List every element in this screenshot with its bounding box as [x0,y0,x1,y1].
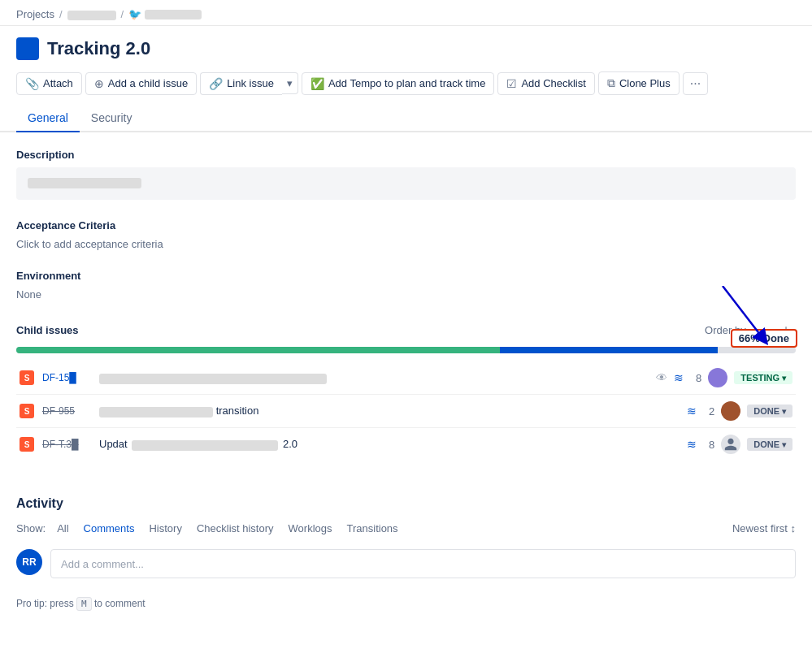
status-chevron-2: ▾ [782,407,786,416]
breadcrumb-project-name [67,11,116,20]
child-issue-row: S DF-T.3█ Updat 2.0 ≋ 8 DON [16,428,796,461]
environment-section: Environment None [16,270,796,301]
pro-tip-text: Pro tip: press [16,598,76,609]
pro-tip-text2: to comment [94,598,145,609]
avatar-2 [721,401,740,421]
toolbar: 📎 Attach ⊕ Add a child issue 🔗 Link issu… [0,71,812,105]
filter-comments[interactable]: Comments [80,521,138,536]
tab-security[interactable]: Security [80,105,144,132]
acceptance-criteria-placeholder[interactable]: Click to add acceptance criteria [16,238,796,250]
activity-title: Activity [16,496,796,511]
clone-plus-button[interactable]: ⧉ Clone Plus [598,71,680,95]
issue-type-icon-2: S [20,404,34,418]
child-issues-title: Child issues [16,324,79,336]
status-badge-1[interactable]: TESTING▾ [734,371,792,384]
paperclip-icon: 📎 [25,77,39,90]
breadcrumb-issue: 🐦 [128,8,202,20]
tab-general[interactable]: General [16,105,80,132]
issue-title: Tracking 2.0 [16,37,796,60]
show-label: Show: [16,522,46,534]
pro-tip: Pro tip: press M to comment [0,595,812,625]
add-child-issue-button[interactable]: ⊕ Add a child issue [85,72,197,95]
story-points-icon-3: ≋ [687,438,697,451]
issue-summary-blurred-2 [99,407,213,418]
issue-summary-blurred-3 [132,440,278,451]
story-points-icon-1: ≋ [674,371,684,384]
story-points-1: 8 [690,372,701,384]
issue-key-3[interactable]: DF-T.3█ [42,439,91,450]
comment-row: RR Add a comment... [16,549,796,578]
breadcrumb-projects[interactable]: Projects [16,8,54,20]
child-issues-header: Child issues Order by ··· ＋ [16,320,796,340]
issue-summary-3: Updat 2.0 [99,438,679,450]
acceptance-criteria-section: Acceptance Criteria Click to add accepta… [16,219,796,250]
add-tempo-button[interactable]: ✅ Add Tempo to plan and track time [302,72,494,95]
avatar-3 [721,435,740,454]
pro-tip-key: M [76,597,92,611]
issue-meta-3: ≋ 8 DONE▾ [687,435,792,454]
story-points-2: 2 [703,405,714,418]
child-issue-row: S DF-15█ 👁 ≋ 8 TESTING▾ [16,361,796,395]
filter-worklogs[interactable]: Worklogs [285,521,336,536]
breadcrumb-sep2: / [121,8,124,20]
tabs-bar: General Security [0,105,812,132]
main-content: Description Acceptance Criteria Click to… [0,132,812,461]
issue-summary-blurred-1 [99,374,327,384]
story-points-icon-2: ≋ [687,405,697,418]
issue-summary-suffix-3: 2.0 [283,438,297,450]
child-issue-icon: ⊕ [94,77,104,90]
sort-label: Newest first ↕ [732,522,796,534]
child-issue-row: S DF-955 transition ≋ 2 DONE▾ [16,395,796,428]
child-issues-section: Child issues Order by ··· ＋ 66% Done [16,320,796,461]
story-points-3: 8 [703,439,714,451]
description-label: Description [16,149,796,161]
breadcrumb-project [67,8,116,20]
page-header: Tracking 2.0 [0,26,812,60]
link-icon: 🔗 [209,77,223,90]
acceptance-criteria-label: Acceptance Criteria [16,219,796,231]
comment-placeholder: Add a comment... [61,558,144,570]
breadcrumb-issue-name [145,10,202,19]
status-chevron-3: ▾ [782,440,786,449]
description-box[interactable] [16,167,796,200]
issue-meta-1: 👁 ≋ 8 TESTING▾ [656,368,792,387]
sort-button[interactable]: Newest first ↕ [732,522,796,534]
status-chevron-1: ▾ [782,374,786,383]
attach-button[interactable]: 📎 Attach [16,72,82,95]
issue-summary-prefix-3: Updat [99,438,128,450]
progress-bar-green [16,347,500,353]
filter-all[interactable]: All [54,521,72,536]
environment-value: None [16,288,796,301]
issue-type-icon-3: S [20,437,34,452]
breadcrumb: Projects / / 🐦 [0,0,812,26]
breadcrumb-sep1: / [59,8,63,20]
filter-history[interactable]: History [145,521,185,536]
clone-icon: ⧉ [607,76,615,90]
filter-transitions[interactable]: Transitions [344,521,402,536]
watch-icon-1: 👁 [656,371,667,384]
issue-type-icon-1: S [20,370,34,385]
issue-key-2[interactable]: DF-955 [42,405,91,417]
add-checklist-button[interactable]: ☑ Add Checklist [497,72,594,95]
description-content [28,178,141,188]
issue-summary-suffix-2: transition [216,405,259,417]
more-button[interactable]: ··· [683,72,708,95]
progress-bar: 66% Done [16,347,796,353]
child-issues-list: S DF-15█ 👁 ≋ 8 TESTING▾ S DF-95 [16,361,796,461]
issue-summary-1 [99,371,648,383]
status-badge-3[interactable]: DONE▾ [747,438,792,451]
avatar-1 [708,368,727,387]
comment-avatar: RR [16,549,42,575]
progress-badge: 66% Done [731,329,797,348]
issue-title-text: Tracking 2.0 [47,38,150,59]
environment-label: Environment [16,270,796,282]
filter-checklist-history[interactable]: Checklist history [193,521,277,536]
issue-summary-2: transition [99,405,679,417]
link-issue-dropdown[interactable]: ▾ [282,72,298,94]
link-issue-group: 🔗 Link issue ▾ [200,72,298,95]
issue-meta-2: ≋ 2 DONE▾ [687,401,792,421]
status-badge-2[interactable]: DONE▾ [747,405,792,418]
comment-input[interactable]: Add a comment... [50,549,796,578]
issue-key-1[interactable]: DF-15█ [42,372,91,383]
link-issue-button[interactable]: 🔗 Link issue [200,72,282,95]
